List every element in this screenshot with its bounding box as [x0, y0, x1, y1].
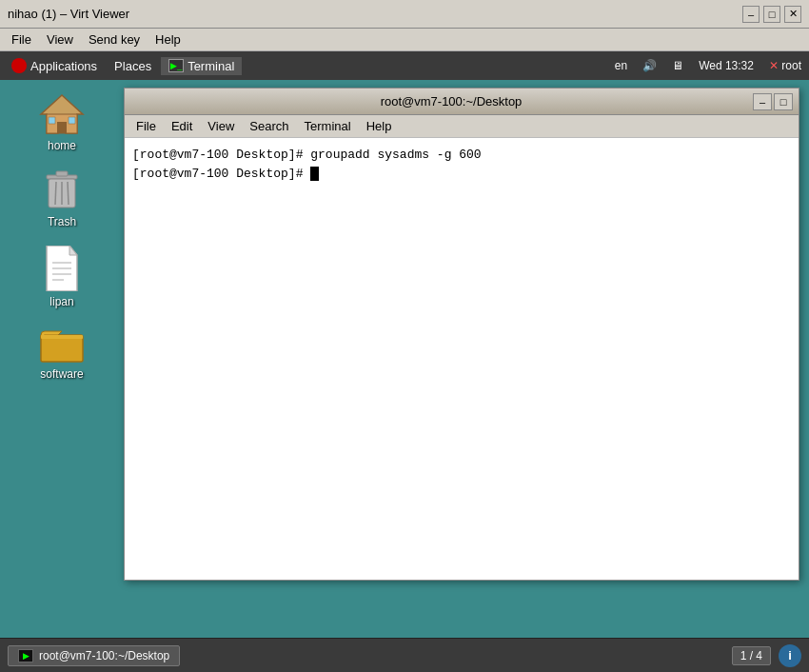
taskbar-right: 1 / 4 i [732, 644, 801, 667]
virt-menu-send-key[interactable]: Send key [81, 30, 148, 49]
terminal-menu-bar: File Edit View Search Terminal Help [125, 115, 799, 138]
svg-rect-4 [69, 117, 75, 124]
gnome-terminal-launcher[interactable]: ▶_ Terminal [161, 57, 242, 75]
home-icon-label: home [48, 139, 76, 152]
terminal-content[interactable]: [root@vm7-100 Desktop]# groupadd sysadms… [125, 138, 799, 580]
volume-icon[interactable]: 🔊 [639, 57, 661, 74]
software-folder-icon [39, 326, 85, 364]
desktop-icons-panel: home Trash [0, 80, 124, 638]
gnome-panel-right: en 🔊 🖥 Wed 13:32 ✕ root [611, 57, 805, 74]
datetime-display[interactable]: Wed 13:32 [695, 57, 758, 74]
terminal-line-2: [root@vm7-100 Desktop]# [132, 165, 791, 184]
gnome-panel-left: Applications Places ▶_ Terminal [4, 56, 242, 75]
svg-rect-6 [56, 171, 68, 176]
virt-viewer-title-bar: nihao (1) – Virt Viewer – □ ✕ [0, 0, 809, 29]
terminal-title-bar: root@vm7-100:~/Desktop – □ [125, 89, 799, 115]
terminal-line-1: [root@vm7-100 Desktop]# groupadd sysadms… [132, 146, 791, 165]
virt-menu-help[interactable]: Help [148, 30, 188, 49]
svg-rect-17 [41, 335, 83, 362]
terminal-menu-view[interactable]: View [200, 117, 242, 135]
svg-rect-2 [57, 122, 67, 133]
terminal-window: root@vm7-100:~/Desktop – □ File Edit Vie… [124, 88, 799, 581]
virt-viewer-title: nihao (1) – Virt Viewer [8, 7, 129, 21]
terminal-label: Terminal [187, 59, 234, 73]
desktop-icon-software[interactable]: software [19, 322, 105, 385]
maximize-button[interactable]: □ [763, 6, 780, 23]
desktop-icon-home[interactable]: home [19, 89, 105, 156]
terminal-maximize-btn[interactable]: □ [774, 93, 793, 110]
terminal-menu-edit[interactable]: Edit [164, 117, 200, 135]
taskbar-pager[interactable]: 1 / 4 [732, 646, 771, 665]
virt-menu-file[interactable]: File [4, 30, 39, 49]
virt-viewer-menu-bar: File View Send key Help [0, 29, 809, 51]
taskbar-window-label: root@vm7-100:~/Desktop [39, 649, 169, 662]
svg-rect-18 [41, 335, 83, 339]
virt-menu-view[interactable]: View [39, 30, 81, 49]
svg-line-8 [55, 182, 56, 205]
terminal-window-controls: – □ [753, 93, 793, 110]
terminal-title-text: root@vm7-100:~/Desktop [149, 94, 753, 109]
desktop-icon-trash[interactable]: Trash [19, 166, 105, 232]
taskbar-terminal-icon: ▶ [18, 649, 33, 662]
lipan-icon-label: lipan [49, 295, 73, 308]
svg-marker-12 [69, 246, 77, 255]
user-indicator: ✕ root [765, 57, 805, 74]
document-icon [43, 246, 81, 291]
home-folder-icon [39, 93, 85, 135]
gnome-applications-menu[interactable]: Applications [4, 56, 105, 75]
virt-viewer-window: nihao (1) – Virt Viewer – □ ✕ File View … [0, 0, 809, 672]
redhat-icon [11, 58, 27, 73]
trash-icon-label: Trash [48, 215, 76, 228]
gnome-places-menu[interactable]: Places [107, 57, 159, 75]
title-bar-buttons: – □ ✕ [742, 6, 801, 23]
terminal-minimize-btn[interactable]: – [753, 93, 772, 110]
svg-rect-3 [49, 117, 55, 124]
terminal-menu-terminal[interactable]: Terminal [297, 117, 359, 135]
terminal-menu-help[interactable]: Help [359, 117, 400, 135]
taskbar-info-button[interactable]: i [779, 644, 801, 667]
locale-indicator[interactable]: en [611, 57, 631, 74]
applications-label: Applications [30, 59, 97, 73]
close-button[interactable]: ✕ [784, 6, 801, 23]
taskbar-active-window[interactable]: ▶ root@vm7-100:~/Desktop [8, 645, 180, 666]
screen-icon[interactable]: 🖥 [668, 57, 687, 74]
terminal-icon: ▶_ [168, 59, 184, 72]
minimize-button[interactable]: – [742, 6, 760, 23]
software-icon-label: software [40, 367, 83, 381]
desktop-icon-lipan[interactable]: lipan [19, 242, 105, 312]
bottom-taskbar: ▶ root@vm7-100:~/Desktop 1 / 4 i [0, 638, 809, 672]
desktop-area: home Trash [0, 80, 809, 638]
places-label: Places [114, 59, 151, 73]
svg-line-10 [68, 182, 69, 205]
gnome-panel: Applications Places ▶_ Terminal en 🔊 🖥 W… [0, 51, 809, 80]
terminal-cursor [310, 167, 319, 181]
terminal-menu-file[interactable]: File [128, 117, 164, 135]
trash-bin-icon [43, 169, 81, 211]
terminal-menu-search[interactable]: Search [242, 117, 296, 135]
